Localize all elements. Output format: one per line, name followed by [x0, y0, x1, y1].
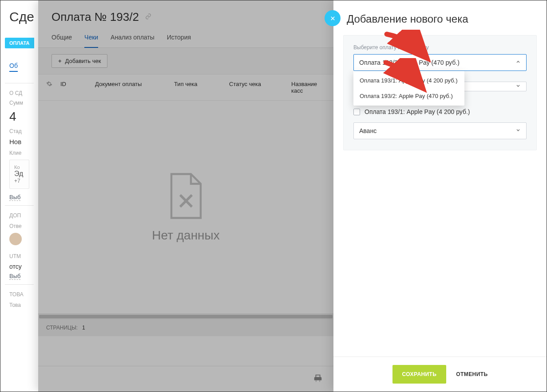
bg-resp-label: Отве [9, 223, 29, 229]
cancel-button[interactable]: ОТМЕНИТЬ [456, 371, 488, 377]
add-check-label: Добавить чек [65, 58, 101, 64]
pages-value: 1 [82, 325, 85, 331]
bg-select-link2[interactable]: Выб [9, 273, 20, 280]
tab-history[interactable]: История [167, 34, 191, 47]
additional-payment-checkbox-row[interactable]: Оплата 193/1: Apple Pay (4 200 руб.) [353, 108, 527, 115]
bg-utm-value: отсу [9, 263, 29, 270]
bg-page-title: Сде [5, 9, 34, 24]
empty-text: Нет данных [152, 228, 219, 243]
bg-utm-label: UTM [9, 253, 29, 259]
bg-goods-title: ТОВА [9, 291, 29, 298]
bg-tab[interactable]: Об [9, 62, 18, 72]
bg-client-label: Клие [9, 150, 29, 156]
panel-card: Выберите оплату или отгрузку Оплата 193/… [343, 35, 537, 150]
bg-section-more: ДОП Отве UTM отсу Выб [5, 205, 34, 284]
bg-sum-label: Сумм [9, 100, 29, 106]
modal-header: Оплата № 193/2 [38, 0, 333, 29]
panel-title: Добавление нового чека [333, 0, 547, 35]
bg-stage-label: Стад [9, 128, 29, 134]
close-button[interactable] [325, 10, 341, 26]
background-deal-panel: Сде ОПЛАТА Об О СД Сумм 4 Стад Нов Клие … [0, 0, 38, 392]
col-document[interactable]: Документ оплаты [95, 81, 174, 94]
bg-section-about: О СД Сумм 4 Стад Нов Клие Ко Эд +7 Выб [5, 83, 34, 205]
bg-about-title: О СД [9, 90, 29, 96]
payment-select-value: Оплата 193/2: Apple Pay (470 руб.) [359, 59, 460, 66]
type-select[interactable]: Аванс [353, 122, 527, 139]
select-payment-label: Выберите оплату или отгрузку [353, 44, 527, 51]
checkbox-label: Оплата 193/1: Apple Pay (4 200 руб.) [365, 108, 470, 115]
bg-contact-phone: +7 [14, 178, 24, 184]
bg-contact-label: Ко [14, 165, 24, 170]
type-select-box[interactable]: Аванс [353, 122, 527, 139]
bg-sum-value: 4 [9, 110, 29, 124]
chevron-up-icon [515, 59, 521, 66]
modal-title: Оплата № 193/2 [52, 10, 139, 24]
dropdown-option[interactable]: Оплата 193/1: Apple Pay (4 200 руб.) [353, 73, 464, 88]
bg-goods-label: Това [9, 302, 29, 308]
payment-select[interactable]: Оплата 193/2: Apple Pay (470 руб.) Оплат… [353, 54, 527, 71]
tab-analysis[interactable]: Анализ оплаты [111, 34, 155, 47]
col-status[interactable]: Статус чека [229, 81, 291, 94]
bg-contact-name: Эд [14, 170, 24, 178]
modal-bottom-bar [38, 366, 333, 392]
empty-state: Нет данных [38, 101, 333, 314]
type-select-value: Аванс [359, 127, 377, 134]
add-check-button[interactable]: + Добавить чек [52, 54, 107, 68]
printer-icon[interactable] [313, 373, 323, 385]
modal-toolbar: + Добавить чек [38, 48, 333, 74]
plus-icon: + [58, 58, 62, 64]
payment-dropdown: Оплата 193/1: Apple Pay (4 200 руб.) Опл… [353, 71, 464, 106]
modal-tabs: Общие Чеки Анализ оплаты История [38, 29, 333, 48]
link-icon[interactable] [145, 13, 151, 21]
col-cash-name[interactable]: Название касс [291, 81, 325, 94]
overlay-container: Оплата № 193/2 Общие Чеки Анализ оплаты … [38, 0, 547, 392]
col-type[interactable]: Тип чека [174, 81, 229, 94]
horizontal-scrollbar[interactable] [38, 314, 333, 319]
col-id[interactable]: ID [60, 81, 95, 94]
checkbox[interactable] [353, 109, 360, 115]
save-button[interactable]: СОХРАНИТЬ [392, 365, 447, 384]
bg-more-title: ДОП [9, 212, 29, 219]
add-check-panel: Добавление нового чека Выберите оплату и… [333, 0, 547, 392]
payment-badge: ОПЛАТА [5, 38, 34, 48]
bg-contact-card: Ко Эд +7 [9, 160, 29, 189]
dropdown-option[interactable]: Оплата 193/2: Apple Pay (470 руб.) [353, 88, 464, 104]
tab-checks[interactable]: Чеки [84, 34, 98, 48]
panel-footer: СОХРАНИТЬ ОТМЕНИТЬ [333, 357, 547, 392]
table-footer: СТРАНИЦЫ: 1 [38, 319, 333, 336]
pages-label: СТРАНИЦЫ: [46, 325, 78, 331]
gear-icon[interactable] [46, 81, 60, 94]
chevron-down-icon [515, 128, 521, 134]
avatar [9, 233, 22, 245]
panel-body: Выберите оплату или отгрузку Оплата 193/… [333, 35, 547, 357]
tab-general[interactable]: Общие [52, 34, 72, 47]
payment-modal: Оплата № 193/2 Общие Чеки Анализ оплаты … [38, 0, 333, 392]
bg-stage-value: Нов [9, 138, 29, 145]
payment-select-box[interactable]: Оплата 193/2: Apple Pay (470 руб.) [353, 54, 527, 71]
bg-section-goods: ТОВА Това [5, 284, 34, 316]
chevron-down-icon [515, 83, 521, 90]
table-header: ID Документ оплаты Тип чека Статус чека … [38, 74, 333, 101]
scroll-thumb[interactable] [39, 315, 333, 318]
bg-select-link[interactable]: Выб [9, 194, 20, 201]
empty-file-icon [166, 172, 206, 220]
